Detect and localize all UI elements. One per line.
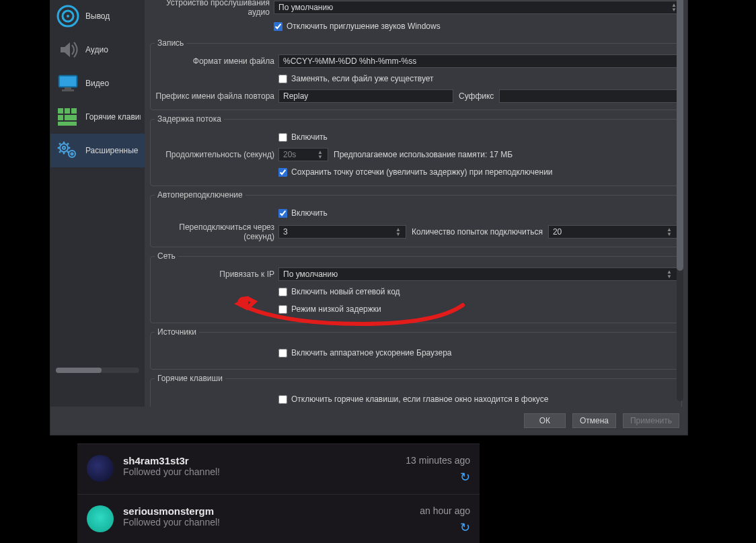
settings-dialog: Вывод Аудио Видео Горячие клавиши Расшир… [50, 0, 688, 435]
delay-legend: Задержка потока [155, 114, 224, 124]
sidebar-scrollbar[interactable] [56, 368, 139, 373]
recording-group: Запись Формат имени файла Заменять, если… [150, 38, 682, 110]
advanced-icon [54, 137, 81, 164]
svg-point-24 [67, 151, 69, 153]
sources-group: Источники Включить аппаратное ускорение … [150, 327, 682, 370]
dialog-buttons: ОК Отмена Применить [50, 407, 687, 435]
sidebar-label: Аудио [85, 45, 108, 54]
hw-accel-checkbox[interactable]: Включить аппаратное ускорение Браузера [278, 348, 451, 358]
output-icon [54, 3, 81, 30]
svg-rect-12 [58, 122, 77, 126]
refresh-icon[interactable]: ↻ [460, 520, 470, 535]
svg-rect-8 [65, 108, 70, 114]
suffix-input[interactable] [499, 89, 677, 103]
retry-delay-input[interactable]: 3▲▼ [278, 225, 406, 239]
feed-username: seriousmonstergm [123, 505, 410, 517]
delay-duration-label: Продолжительность (секунд) [155, 150, 278, 159]
svg-point-18 [63, 153, 65, 155]
cancel-button[interactable]: Отмена [572, 413, 616, 428]
new-netcode-checkbox[interactable]: Включить новый сетевой код [278, 287, 400, 296]
recording-legend: Запись [155, 38, 186, 48]
delay-duration-input[interactable]: 20s▲▼ [278, 148, 328, 161]
avatar [87, 505, 114, 532]
reconnect-legend: Автопереподключение [155, 190, 245, 200]
feed-time: an hour ago [420, 505, 470, 516]
filename-format-label: Формат имени файла [155, 56, 278, 66]
network-group: Сеть Привязать к IP По умолчанию▲▼ Включ… [150, 251, 682, 323]
feed-item: sh4ram31st3r Followed your channel! 13 m… [77, 444, 480, 494]
retry-delay-label: Переподключиться через (секунд) [155, 222, 278, 241]
sidebar-item-video[interactable]: Видео [50, 67, 145, 100]
max-retries-input[interactable]: 20▲▼ [548, 225, 677, 239]
content-scrollbar-thumb[interactable] [677, 0, 683, 271]
feed-item: seriousmonstergm Followed your channel! … [77, 494, 480, 543]
audio-icon [54, 36, 81, 63]
delay-memory-label: Предполагаемое использование памяти: 17 … [328, 150, 513, 159]
bind-ip-label: Привязать к IP [155, 269, 278, 279]
delay-group: Задержка потока Включить Продолжительнос… [150, 114, 682, 186]
low-latency-checkbox[interactable]: Режим низкой задержки [278, 304, 381, 314]
sidebar-item-hotkeys[interactable]: Горячие клавиши [50, 100, 145, 134]
reconnect-group: Автопереподключение Включить Переподключ… [150, 190, 682, 247]
svg-rect-9 [71, 108, 77, 114]
svg-point-2 [67, 15, 69, 17]
svg-point-14 [63, 147, 65, 149]
apply-button[interactable]: Применить [623, 413, 679, 428]
svg-rect-5 [65, 87, 71, 89]
feed-username: sh4ram31st3r [123, 455, 396, 466]
sidebar-label: Вывод [85, 11, 110, 21]
bind-ip-select[interactable]: По умолчанию▲▼ [278, 267, 677, 281]
feed-subtext: Followed your channel! [123, 466, 396, 477]
sidebar-item-audio[interactable]: Аудио [50, 33, 145, 67]
hotkeys-group: Горячие клавиши Отключить горячие клавиш… [150, 374, 682, 407]
reconnect-enable-checkbox[interactable]: Включить [278, 208, 328, 218]
delay-enable-checkbox[interactable]: Включить [278, 132, 328, 142]
svg-point-17 [63, 142, 65, 144]
disable-ducking-checkbox[interactable]: Отключить приглушение звуков Windows [274, 22, 441, 31]
sidebar-label: Расширенные [85, 146, 139, 155]
sidebar: Вывод Аудио Видео Горячие клавиши Расшир… [50, 0, 145, 407]
replay-prefix-input[interactable] [278, 89, 453, 103]
svg-point-20 [69, 147, 71, 149]
ok-button[interactable]: ОК [524, 413, 566, 428]
sidebar-item-advanced[interactable]: Расширенные [50, 134, 145, 167]
avatar [87, 455, 114, 482]
sources-legend: Источники [155, 327, 199, 337]
hotkeys-legend: Горячие клавиши [155, 374, 225, 383]
filename-format-input[interactable] [278, 54, 677, 68]
svg-rect-11 [65, 115, 77, 120]
activity-feed: sh4ram31st3r Followed your channel! 13 m… [77, 444, 480, 543]
svg-point-16 [71, 153, 73, 155]
svg-rect-7 [58, 108, 63, 114]
listen-device-select[interactable]: По умолчанию▲▼ [274, 1, 682, 14]
max-retries-label: Количество попыток подключиться [406, 227, 548, 237]
sidebar-label: Горячие клавиши [85, 112, 141, 122]
network-legend: Сеть [155, 251, 178, 261]
delay-preserve-checkbox[interactable]: Сохранить точку отсечки (увеличить задер… [278, 167, 553, 177]
svg-point-21 [59, 143, 61, 145]
replay-prefix-label: Префикс имени файла повтора [155, 91, 278, 101]
svg-rect-6 [62, 89, 74, 91]
disable-hotkeys-focus-checkbox[interactable]: Отключить горячие клавиши, если главное … [278, 394, 548, 404]
listen-device-label: Устройство прослушивания аудио [150, 0, 274, 17]
overwrite-checkbox[interactable]: Заменять, если файл уже существует [278, 74, 434, 83]
feed-time: 13 minutes ago [406, 455, 470, 466]
settings-content: Устройство прослушивания аудио По умолча… [145, 0, 687, 407]
suffix-label: Суффикс [453, 91, 499, 101]
svg-rect-10 [58, 115, 63, 120]
svg-point-15 [69, 151, 75, 157]
feed-subtext: Followed your channel! [123, 517, 410, 528]
svg-point-13 [60, 144, 68, 152]
svg-rect-4 [60, 77, 76, 86]
refresh-icon[interactable]: ↻ [460, 470, 470, 485]
sidebar-item-output[interactable]: Вывод [50, 0, 145, 33]
video-icon [54, 70, 81, 97]
svg-point-23 [59, 151, 61, 153]
svg-point-22 [67, 143, 69, 145]
hotkeys-icon [54, 103, 81, 130]
svg-point-19 [58, 147, 60, 149]
sidebar-label: Видео [85, 79, 109, 88]
